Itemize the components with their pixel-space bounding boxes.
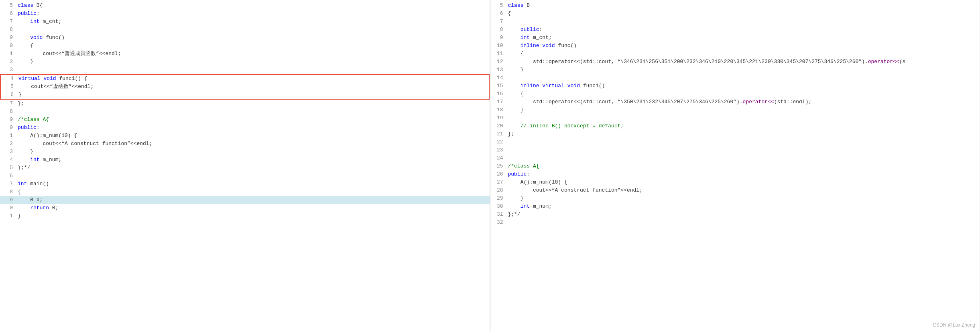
code-line: 5};*/	[0, 164, 490, 172]
code-line: 4virtual void func1() {	[1, 75, 489, 83]
code-line: 28 cout<<“A construct function”<<endl;	[490, 186, 980, 194]
code-line: 6{	[490, 10, 980, 18]
code-line: 24	[490, 154, 980, 162]
code-line: 31};*/	[490, 210, 980, 219]
code-line: 7int main()	[0, 180, 490, 188]
code-line: 20 // inline B() noexcept = default;	[490, 122, 980, 130]
watermark: CSDN @LuxiZheng	[933, 322, 975, 328]
code-line: 29 }	[490, 194, 980, 202]
code-line: 15 inline virtual void func1()	[490, 82, 980, 90]
code-line: 9 B b;	[0, 196, 490, 204]
code-line: 8 public:	[490, 26, 980, 34]
code-line: 11 {	[490, 50, 980, 58]
code-line: 1 cout<<“普通成员函数”<<endl;	[0, 50, 490, 58]
code-line: 27 A():m_num(10) {	[490, 178, 980, 186]
code-line: 26public:	[490, 170, 980, 178]
code-line: 1 A():m_num(10) {	[0, 132, 490, 140]
code-line: 12 std::operator<<(std::cout, “\346\231\…	[490, 58, 980, 66]
code-line: 6public:	[0, 10, 490, 18]
code-line: 8	[0, 26, 490, 34]
code-line: 3	[0, 66, 490, 74]
code-line: 7	[490, 18, 980, 26]
code-line: 4 int m_num;	[0, 156, 490, 164]
code-line: 16 {	[490, 90, 980, 98]
code-line: 6}	[1, 91, 489, 99]
code-line: 6	[0, 172, 490, 180]
code-line: 0 return 0;	[0, 204, 490, 212]
code-line: 1}	[0, 212, 490, 220]
code-line: 10 inline void func()	[490, 42, 980, 50]
code-line: 7};	[0, 100, 490, 108]
code-line: 5class B{	[0, 2, 490, 10]
code-line: 22	[490, 138, 980, 146]
code-line: 30 int m_num;	[490, 202, 980, 210]
code-line: 9 int m_cnt;	[490, 34, 980, 42]
code-line: 18 }	[490, 106, 980, 114]
code-line: 23	[490, 146, 980, 154]
code-line: 7 int m_cnt;	[0, 18, 490, 26]
code-line: 5class B	[490, 2, 980, 10]
code-line: 19	[490, 114, 980, 122]
code-line: 0 {	[0, 42, 490, 50]
code-line: 8	[0, 108, 490, 116]
red-box-highlight: 4virtual void func1() {5 cout<<“虚函数”<<en…	[0, 74, 490, 100]
code-line: 2 }	[0, 58, 490, 66]
code-line: 2 cout<<“A construct function”<<endl;	[0, 140, 490, 148]
code-line: 21};	[490, 130, 980, 138]
code-line: 32	[490, 219, 980, 227]
code-line: 9 void func()	[0, 34, 490, 42]
code-line: 5 cout<<“虚函数”<<endl;	[1, 83, 489, 91]
code-line: 0public:	[0, 124, 490, 132]
code-line: 14	[490, 74, 980, 82]
code-line: 8{	[0, 188, 490, 196]
code-line: 9/*class A{	[0, 116, 490, 124]
code-line: 25/*class A{	[490, 162, 980, 170]
left-pane: 5class B{6public:7 int m_cnt;89 void fun…	[0, 0, 490, 331]
code-line: 17 std::operator<<(std::cout, “\350\231\…	[490, 98, 980, 106]
code-line: 13 }	[490, 66, 980, 74]
code-line: 3 }	[0, 148, 490, 156]
right-pane: 5class B6{78 public:9 int m_cnt;10 inlin…	[490, 0, 980, 331]
